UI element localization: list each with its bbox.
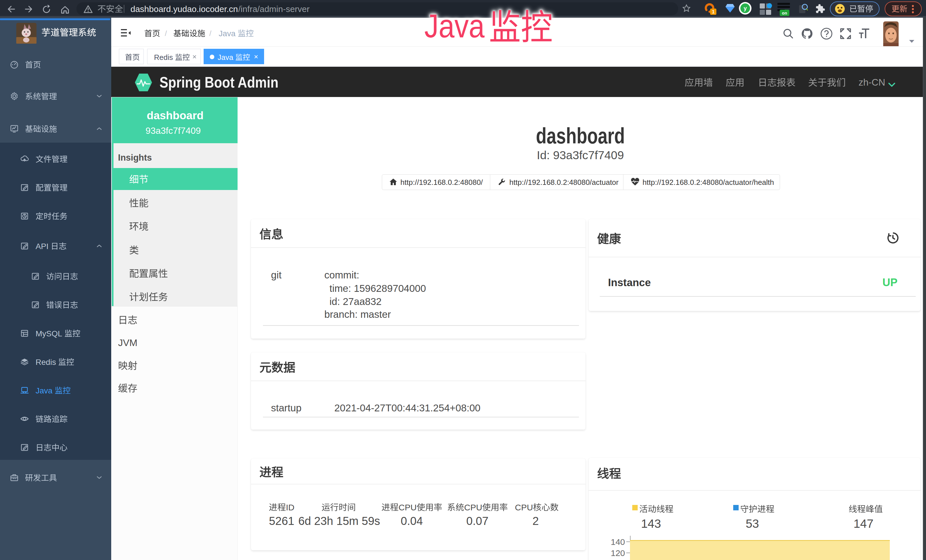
svg-text:140: 140 <box>611 537 625 546</box>
svg-text:CPU: CPU <box>515 502 533 512</box>
svg-text:Java: Java <box>218 53 235 62</box>
svg-text:ID: ID <box>286 502 294 512</box>
svg-text:id: 27aa832: id: 27aa832 <box>329 296 381 307</box>
svg-text:http://192.168.0.2:48080/actua: http://192.168.0.2:48080/actuator/health <box>643 178 774 186</box>
svg-text:y: y <box>743 5 747 11</box>
svg-text:6d 23h 15m 59s: 6d 23h 15m 59s <box>298 515 380 527</box>
svg-text:dashboard: dashboard <box>536 124 625 148</box>
svg-text:CPU: CPU <box>464 502 482 512</box>
svg-text:Id: 93a3fc7f7409: Id: 93a3fc7f7409 <box>537 148 624 162</box>
svg-text:UP: UP <box>882 277 897 288</box>
svg-text:0.07: 0.07 <box>466 515 489 527</box>
svg-text:2021-04-27T00:44:31.254+08:00: 2021-04-27T00:44:31.254+08:00 <box>334 402 481 413</box>
svg-text:Java: Java <box>36 386 55 395</box>
svg-text:dashboard.yudao.iocoder.cn: dashboard.yudao.iocoder.cn <box>130 4 238 14</box>
svg-text:Java: Java <box>424 8 484 44</box>
svg-text:Instance: Instance <box>608 277 651 288</box>
svg-text:143: 143 <box>641 517 661 530</box>
svg-text:0.04: 0.04 <box>401 515 423 527</box>
svg-text:147: 147 <box>853 517 873 530</box>
svg-text:1: 1 <box>712 9 714 15</box>
svg-text:Redis: Redis <box>36 358 58 366</box>
svg-text:time: 1596289704000: time: 1596289704000 <box>329 283 426 294</box>
svg-text:CPU: CPU <box>398 502 416 512</box>
svg-text:branch: master: branch: master <box>324 309 391 320</box>
svg-text:commit:: commit: <box>324 269 359 280</box>
svg-text:dashboard: dashboard <box>147 109 203 121</box>
svg-text:Redis: Redis <box>154 53 175 62</box>
svg-text:http://192.168.0.2:48080/: http://192.168.0.2:48080/ <box>400 178 483 186</box>
svg-text:on: on <box>782 11 787 15</box>
svg-text:Insights: Insights <box>118 153 152 163</box>
svg-text:API: API <box>36 242 51 251</box>
svg-text:Java: Java <box>219 29 238 38</box>
svg-text:93a3fc7f7409: 93a3fc7f7409 <box>145 126 201 136</box>
svg-text:startup: startup <box>271 402 301 413</box>
svg-text:MySQL: MySQL <box>36 329 64 338</box>
svg-text:JVM: JVM <box>118 337 138 348</box>
svg-text:Spring Boot Admin: Spring Boot Admin <box>159 73 278 91</box>
svg-text:http://192.168.0.2:48080/actua: http://192.168.0.2:48080/actuator <box>509 178 619 186</box>
svg-text:git: git <box>271 269 281 280</box>
svg-text:5261: 5261 <box>269 515 294 527</box>
svg-text:2: 2 <box>533 515 539 527</box>
svg-text:/: / <box>209 29 212 38</box>
svg-text:/infra/admin-server: /infra/admin-server <box>238 4 310 14</box>
svg-text:120: 120 <box>611 548 625 558</box>
svg-text:zh-CN: zh-CN <box>859 77 885 88</box>
svg-text:/: / <box>165 29 167 38</box>
svg-text:53: 53 <box>746 517 759 530</box>
